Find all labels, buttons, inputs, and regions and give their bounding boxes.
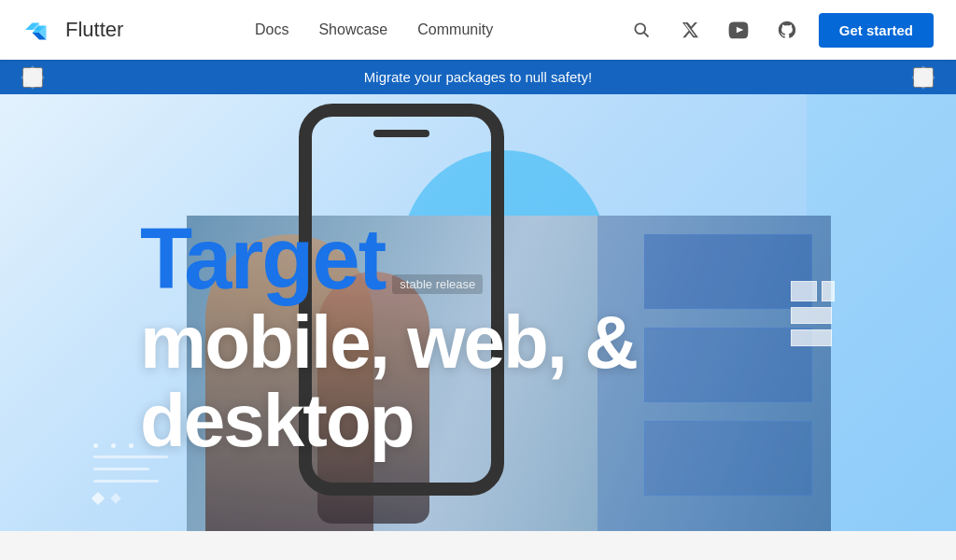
hero-photo bbox=[187, 216, 831, 531]
nav-community[interactable]: Community bbox=[417, 21, 493, 38]
search-button[interactable] bbox=[625, 13, 658, 47]
deco-line-2 bbox=[93, 468, 149, 470]
search-icon bbox=[632, 21, 651, 39]
github-button[interactable] bbox=[770, 13, 804, 47]
svg-point-5 bbox=[635, 23, 645, 34]
deco-bottom-left bbox=[93, 443, 168, 503]
announcement-banner: Migrate your packages to null safety! bbox=[0, 60, 956, 94]
deco-dot-1 bbox=[93, 443, 98, 448]
banner-next-button[interactable] bbox=[913, 67, 934, 88]
deco-diamond-row bbox=[93, 494, 168, 503]
youtube-icon bbox=[728, 20, 749, 40]
github-icon bbox=[777, 20, 797, 40]
deco-rect-2 bbox=[822, 281, 835, 301]
deco-diamond-2 bbox=[110, 493, 120, 503]
nav-showcase[interactable]: Showcase bbox=[318, 21, 387, 38]
hero-section: Target stable release mobile, web, & des… bbox=[0, 94, 956, 531]
deco-diamond-1 bbox=[91, 492, 105, 505]
banner-prev-button[interactable] bbox=[22, 67, 43, 88]
nav-links: Docs Showcase Community bbox=[255, 21, 493, 38]
banner-next-icon bbox=[911, 65, 935, 89]
deco-rect-4 bbox=[791, 329, 832, 346]
deco-grid bbox=[791, 281, 835, 346]
twitter-button[interactable] bbox=[673, 13, 707, 47]
flutter-logo-icon bbox=[22, 13, 56, 47]
deco-rect-3 bbox=[791, 307, 832, 324]
navbar: Flutter Docs Showcase Community bbox=[0, 0, 956, 60]
youtube-button[interactable] bbox=[722, 13, 755, 47]
nav-docs[interactable]: Docs bbox=[255, 21, 288, 38]
deco-dot-3 bbox=[129, 443, 134, 448]
twitter-icon bbox=[681, 21, 699, 39]
nav-icons: Get started bbox=[625, 13, 934, 48]
logo-link[interactable]: Flutter bbox=[22, 13, 123, 47]
banner-prev-icon bbox=[21, 65, 44, 89]
get-started-button[interactable]: Get started bbox=[819, 13, 934, 48]
deco-rect-1 bbox=[791, 281, 817, 301]
deco-line-3 bbox=[93, 480, 159, 483]
deco-line-1 bbox=[93, 455, 168, 458]
logo-text: Flutter bbox=[65, 18, 123, 42]
deco-dot-2 bbox=[111, 443, 116, 448]
svg-line-6 bbox=[644, 33, 649, 37]
phone-frame bbox=[299, 104, 504, 496]
banner-message: Migrate your packages to null safety! bbox=[364, 69, 592, 85]
